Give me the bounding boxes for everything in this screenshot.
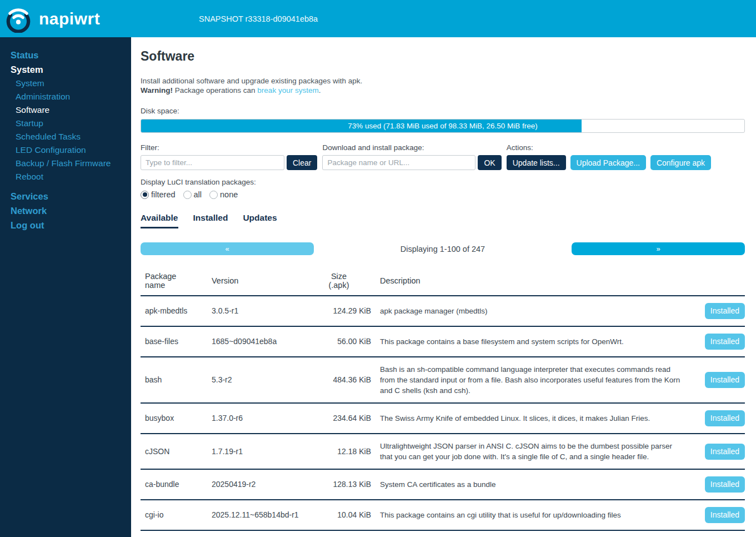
brand-name: napiwrt xyxy=(39,9,100,28)
package-description: System CA certificates as a bundle xyxy=(371,469,687,500)
status-badge: Installed xyxy=(705,372,745,388)
package-version: 5.3-r2 xyxy=(212,357,307,403)
intro-text: Install additional software and upgrade … xyxy=(141,76,745,95)
radio-circle-none[interactable] xyxy=(209,191,218,199)
radio-option-none[interactable]: none xyxy=(209,190,238,199)
package-size: 124.29 KiB xyxy=(307,296,371,326)
status-cell: Installed xyxy=(687,357,745,403)
status-cell: Installed xyxy=(687,530,745,537)
radio-label-none: none xyxy=(220,190,238,199)
table-row-bash: bash5.3-r2484.36 KiBBash is an sh-compat… xyxy=(141,357,745,403)
pagination-status: Displaying 1-100 of 247 xyxy=(314,245,572,253)
sidebar-item-system[interactable]: System xyxy=(0,62,131,77)
table-row-cgi-io: cgi-io2025.12.11~658b14bd-r110.04 KiBThi… xyxy=(141,500,745,530)
sidebar-item-software-sub[interactable]: Software xyxy=(0,103,131,117)
package-url-input[interactable] xyxy=(322,155,475,170)
disk-space-label: Disk space: xyxy=(141,107,745,115)
warning-text: Package operations can xyxy=(173,86,257,95)
top-header: napiwrt SNAPSHOT r33318-d09041eb8a xyxy=(0,0,756,37)
status-badge: Installed xyxy=(705,444,745,460)
package-tabs: AvailableInstalledUpdates xyxy=(141,213,745,228)
update-lists-button[interactable]: Update lists... xyxy=(507,155,566,170)
sidebar-item-reboot-sub[interactable]: Reboot xyxy=(0,170,131,183)
prev-page-button[interactable]: « xyxy=(141,242,314,255)
table-row-busybox: busybox1.37.0-r6234.64 KiBThe Swiss Army… xyxy=(141,403,745,434)
tab-available[interactable]: Available xyxy=(141,213,178,228)
radio-dot xyxy=(143,192,147,197)
sidebar-item-scheduled-tasks-sub[interactable]: Scheduled Tasks xyxy=(0,130,131,143)
translation-packages-label: Display LuCI translation packages: xyxy=(141,178,745,186)
package-version: 1.7.19-r1 xyxy=(212,434,307,469)
package-version: 20250419-r2 xyxy=(212,469,307,500)
download-ok-button[interactable]: OK xyxy=(478,155,501,170)
radio-option-filtered[interactable]: filtered xyxy=(141,190,176,199)
filter-input[interactable] xyxy=(141,155,284,170)
warning-period: . xyxy=(319,86,321,95)
table-row-cjson: cJSON1.7.19-r112.18 KiBUltralightweight … xyxy=(141,434,745,469)
package-description: This package contains a base filesystem … xyxy=(371,326,687,357)
brand[interactable]: napiwrt xyxy=(0,5,100,33)
radio-circle-filtered[interactable] xyxy=(141,191,149,199)
package-description: apk package manager (mbedtls) xyxy=(371,296,687,326)
package-name: dnsmasq xyxy=(141,530,212,537)
disk-space-progressbar: 73% used (71.83 MiB used of 98.33 MiB, 2… xyxy=(141,119,745,133)
status-cell: Installed xyxy=(687,434,745,469)
status-badge: Installed xyxy=(705,334,745,350)
intro-line1: Install additional software and upgrade … xyxy=(141,77,362,85)
package-size: 234.64 KiB xyxy=(307,403,371,434)
sidebar-item-network[interactable]: Network xyxy=(0,203,131,218)
package-name: bash xyxy=(141,357,212,403)
upload-package-button[interactable]: Upload Package... xyxy=(570,155,646,170)
warning-bold: Warning! xyxy=(141,86,173,95)
table-header-row: Package name Version Size (.apk) Descrip… xyxy=(141,268,745,296)
sidebar-item-backup-flash-firmware-sub[interactable]: Backup / Flash Firmware xyxy=(0,157,131,170)
package-version: 1685~d09041eb8a xyxy=(212,326,307,357)
radio-label-filtered: filtered xyxy=(151,190,176,199)
package-size: 56.00 KiB xyxy=(307,326,371,357)
sidebar-nav: StatusSystemSystemAdministrationSoftware… xyxy=(0,48,131,232)
col-header-size: Size (.apk) xyxy=(307,268,371,296)
radio-option-all[interactable]: all xyxy=(183,190,202,199)
table-row-apk-mbedtls: apk-mbedtls3.0.5-r1124.29 KiBapk package… xyxy=(141,296,745,326)
col-header-description: Description xyxy=(371,268,687,296)
package-size: 484.36 KiB xyxy=(307,357,371,403)
tab-installed[interactable]: Installed xyxy=(193,213,228,228)
status-cell: Installed xyxy=(687,326,745,357)
download-label: Download and install package: xyxy=(322,143,501,152)
status-cell: Installed xyxy=(687,469,745,500)
table-row-dnsmasq: dnsmasq2.92-r1147.86 KiBIt is intended t… xyxy=(141,530,745,537)
status-badge: Installed xyxy=(705,507,745,523)
sidebar: StatusSystemSystemAdministrationSoftware… xyxy=(0,37,131,537)
package-description: Ultralightweight JSON parser in ANSI C. … xyxy=(371,434,687,469)
status-cell: Installed xyxy=(687,403,745,434)
sidebar-item-startup-sub[interactable]: Startup xyxy=(0,117,131,130)
actions-group: Actions: Update lists...Upload Package..… xyxy=(507,143,711,170)
sidebar-item-administration-sub[interactable]: Administration xyxy=(0,90,131,103)
sidebar-item-log-out[interactable]: Log out xyxy=(0,218,131,232)
sidebar-item-led-configuration-sub[interactable]: LED Configuration xyxy=(0,143,131,157)
package-size: 12.18 KiB xyxy=(307,434,371,469)
package-description: The Swiss Army Knife of embedded Linux. … xyxy=(371,403,687,434)
radio-circle-all[interactable] xyxy=(183,191,192,199)
pagination: « Displaying 1-100 of 247 » xyxy=(141,242,745,255)
break-system-link[interactable]: break your system xyxy=(257,86,318,95)
clear-filter-button[interactable]: Clear xyxy=(287,155,317,170)
table-row-ca-bundle: ca-bundle20250419-r2128.13 KiBSystem CA … xyxy=(141,469,745,500)
sidebar-item-status[interactable]: Status xyxy=(0,48,131,62)
col-header-package-name: Package name xyxy=(141,268,212,296)
next-page-button[interactable]: » xyxy=(572,242,745,255)
actions-buttons: Update lists...Upload Package...Configur… xyxy=(507,155,711,170)
filter-label: Filter: xyxy=(141,143,317,152)
configure-apk-button[interactable]: Configure apk xyxy=(650,155,711,170)
package-description: It is intended to provide coupled DNS an… xyxy=(371,530,687,537)
status-badge: Installed xyxy=(705,476,745,493)
page-title: Software xyxy=(141,49,745,64)
package-name: ca-bundle xyxy=(141,469,212,500)
sidebar-item-services[interactable]: Services xyxy=(0,189,131,203)
package-name: cgi-io xyxy=(141,500,212,530)
table-row-base-files: base-files1685~d09041eb8a56.00 KiBThis p… xyxy=(141,326,745,357)
actions-label: Actions: xyxy=(507,143,711,152)
tab-updates[interactable]: Updates xyxy=(243,213,277,228)
sidebar-item-system-sub[interactable]: System xyxy=(0,77,131,90)
col-header-status xyxy=(687,268,745,296)
